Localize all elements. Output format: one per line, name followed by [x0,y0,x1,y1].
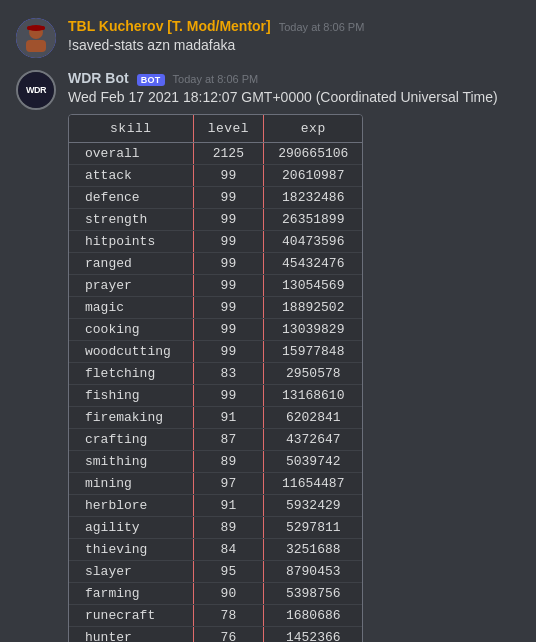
table-cell-11-2: 13168610 [264,384,363,406]
tbl-username: TBL Kucherov [T. Mod/Mentor] [68,18,271,34]
table-cell-3-2: 26351899 [264,208,363,230]
table-row: fletching832950578 [69,362,362,384]
table-cell-22-2: 1452366 [264,626,363,642]
table-cell-9-0: woodcutting [69,340,193,362]
avatar-tbl [16,18,56,58]
table-cell-9-2: 15977848 [264,340,363,362]
table-cell-12-2: 6202841 [264,406,363,428]
table-cell-8-0: cooking [69,318,193,340]
table-row: herblore915932429 [69,494,362,516]
table-cell-10-2: 2950578 [264,362,363,384]
table-cell-14-2: 5039742 [264,450,363,472]
table-cell-5-0: ranged [69,252,193,274]
table-cell-5-1: 99 [193,252,264,274]
avatar-wdr: WDR [16,70,56,110]
table-cell-15-1: 97 [193,472,264,494]
table-cell-15-2: 11654487 [264,472,363,494]
bot-timestamp: Today at 8:06 PM [173,73,259,85]
table-cell-17-0: agility [69,516,193,538]
table-cell-7-0: magic [69,296,193,318]
table-cell-14-1: 89 [193,450,264,472]
table-row: prayer9913054569 [69,274,362,296]
stats-table: skill level exp overall2125290665106atta… [69,115,362,642]
message-bot: WDR WDR Bot BOT Today at 8:06 PM Wed Feb… [16,70,520,642]
table-cell-13-2: 4372647 [264,428,363,450]
table-cell-6-2: 13054569 [264,274,363,296]
table-cell-20-1: 90 [193,582,264,604]
table-cell-7-1: 99 [193,296,264,318]
table-cell-2-2: 18232486 [264,186,363,208]
table-cell-10-0: fletching [69,362,193,384]
table-row: slayer958790453 [69,560,362,582]
table-cell-4-2: 40473596 [264,230,363,252]
table-cell-11-1: 99 [193,384,264,406]
bot-datetime-text: Wed Feb 17 2021 18:12:07 GMT+0000 (Coord… [68,88,520,108]
svg-rect-2 [26,40,46,52]
table-row: mining9711654487 [69,472,362,494]
table-row: overall2125290665106 [69,142,362,164]
table-cell-1-1: 99 [193,164,264,186]
table-cell-21-0: runecraft [69,604,193,626]
table-cell-6-0: prayer [69,274,193,296]
table-cell-19-0: slayer [69,560,193,582]
tbl-timestamp: Today at 8:06 PM [279,21,365,33]
table-cell-2-1: 99 [193,186,264,208]
col-header-level: level [193,115,264,143]
table-row: hitpoints9940473596 [69,230,362,252]
table-cell-15-0: mining [69,472,193,494]
bot-username: WDR Bot [68,70,129,86]
table-cell-4-0: hitpoints [69,230,193,252]
table-cell-22-0: hunter [69,626,193,642]
table-cell-13-0: crafting [69,428,193,450]
table-row: strength9926351899 [69,208,362,230]
table-row: ranged9945432476 [69,252,362,274]
bot-message-content: WDR Bot BOT Today at 8:06 PM Wed Feb 17 … [68,70,520,642]
bot-badge: BOT [137,74,165,86]
table-cell-13-1: 87 [193,428,264,450]
tbl-message-content: TBL Kucherov [T. Mod/Mentor] Today at 8:… [68,18,520,56]
table-cell-21-2: 1680686 [264,604,363,626]
table-body: overall2125290665106attack9920610987defe… [69,142,362,642]
table-row: cooking9913039829 [69,318,362,340]
table-cell-9-1: 99 [193,340,264,362]
table-cell-8-2: 13039829 [264,318,363,340]
table-cell-17-2: 5297811 [264,516,363,538]
table-row: magic9918892502 [69,296,362,318]
table-header-row: skill level exp [69,115,362,143]
table-row: smithing895039742 [69,450,362,472]
table-cell-14-0: smithing [69,450,193,472]
table-row: defence9918232486 [69,186,362,208]
table-cell-16-1: 91 [193,494,264,516]
table-cell-17-1: 89 [193,516,264,538]
table-cell-0-2: 290665106 [264,142,363,164]
table-cell-0-1: 2125 [193,142,264,164]
table-row: woodcutting9915977848 [69,340,362,362]
svg-rect-4 [27,26,45,30]
table-cell-21-1: 78 [193,604,264,626]
table-row: thieving843251688 [69,538,362,560]
wdr-avatar-inner: WDR [18,72,54,108]
tbl-message-header: TBL Kucherov [T. Mod/Mentor] Today at 8:… [68,18,520,34]
table-cell-20-0: farming [69,582,193,604]
table-row: attack9920610987 [69,164,362,186]
table-cell-4-1: 99 [193,230,264,252]
table-cell-10-1: 83 [193,362,264,384]
table-cell-11-0: fishing [69,384,193,406]
table-row: fishing9913168610 [69,384,362,406]
table-cell-22-1: 76 [193,626,264,642]
table-cell-1-0: attack [69,164,193,186]
table-header: skill level exp [69,115,362,143]
col-header-exp: exp [264,115,363,143]
table-cell-19-1: 95 [193,560,264,582]
table-cell-5-2: 45432476 [264,252,363,274]
table-cell-3-0: strength [69,208,193,230]
table-row: farming905398756 [69,582,362,604]
table-cell-16-2: 5932429 [264,494,363,516]
table-cell-18-2: 3251688 [264,538,363,560]
table-cell-18-0: thieving [69,538,193,560]
table-cell-19-2: 8790453 [264,560,363,582]
col-header-skill: skill [69,115,193,143]
table-row: crafting874372647 [69,428,362,450]
tbl-message-text: !saved-stats azn madafaka [68,36,520,56]
table-cell-20-2: 5398756 [264,582,363,604]
